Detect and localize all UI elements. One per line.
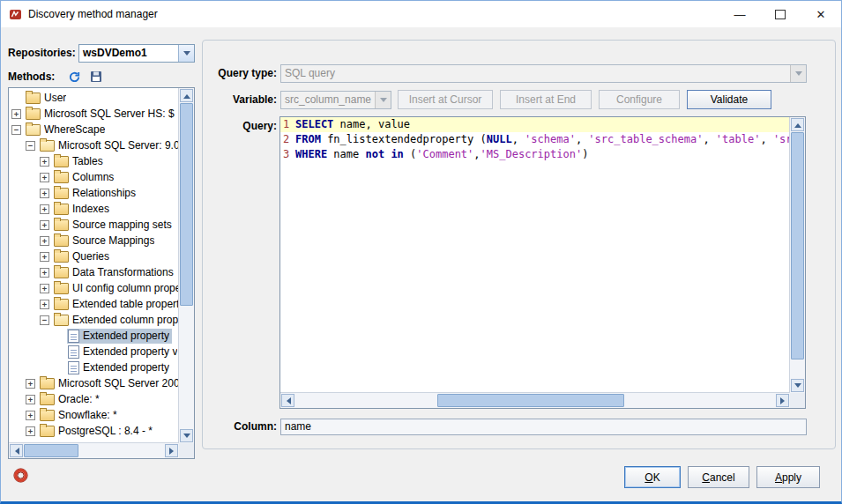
tree-item-label: UI config column prope: [72, 282, 179, 294]
tree-item[interactable]: +Snowflake: *: [9, 407, 179, 423]
validate-button[interactable]: Validate: [687, 90, 771, 109]
expand-icon[interactable]: +: [40, 284, 49, 293]
code-token: not in: [365, 148, 403, 160]
expand-icon[interactable]: +: [40, 189, 49, 198]
folder-icon: [26, 124, 41, 136]
tree-item[interactable]: −WhereScape: [9, 122, 179, 137]
tree-item[interactable]: +Microsoft SQL Server HS: $: [9, 106, 179, 122]
variable-label: Variable:: [203, 93, 280, 106]
tree-item-label: Queries: [72, 250, 109, 263]
collapse-icon[interactable]: −: [11, 125, 21, 135]
column-field[interactable]: name: [280, 419, 807, 435]
arrow-down-icon: [183, 434, 190, 441]
expand-icon[interactable]: +: [40, 157, 49, 167]
tree-item[interactable]: User: [9, 90, 179, 106]
folder-icon: [40, 394, 55, 405]
scroll-right-button[interactable]: [165, 444, 178, 457]
collapse-icon[interactable]: −: [40, 315, 49, 325]
scroll-right-button[interactable]: [776, 394, 789, 407]
tree-vertical-scrollbar: [178, 88, 194, 443]
combo-dropdown-button[interactable]: [178, 45, 194, 62]
expand-icon[interactable]: +: [26, 379, 35, 389]
combo-dropdown-button[interactable]: [375, 92, 391, 108]
insert-at-end-button[interactable]: Insert at End: [500, 90, 592, 109]
scroll-down-button[interactable]: [791, 379, 804, 392]
tree-item[interactable]: +Columns: [9, 169, 179, 185]
tree-item[interactable]: +Source Mappings: [9, 233, 179, 248]
configure-button[interactable]: Configure: [599, 90, 680, 109]
folder-icon: [54, 156, 69, 167]
expand-icon[interactable]: +: [26, 426, 35, 436]
tree-item[interactable]: +Tables: [9, 153, 179, 169]
close-button[interactable]: ✕: [801, 1, 841, 27]
connection-status-icon: [13, 468, 28, 483]
chevron-down-icon: [183, 51, 190, 59]
tree-item[interactable]: +UI config column prope: [9, 280, 179, 296]
variable-row: Variable: src_column_name Insert at Curs…: [203, 90, 835, 109]
variable-combobox[interactable]: src_column_name: [280, 91, 391, 109]
code-token: FROM: [295, 133, 321, 145]
expand-icon[interactable]: +: [11, 109, 21, 119]
ok-button[interactable]: OK: [624, 466, 681, 488]
collapse-icon[interactable]: −: [26, 141, 35, 151]
column-label: Column:: [203, 420, 280, 433]
tree-item[interactable]: Extended property v: [9, 344, 179, 359]
expand-icon[interactable]: +: [40, 300, 49, 309]
tree-item-content: Microsoft SQL Server 2000: [39, 376, 179, 390]
button-label: Apply: [775, 471, 801, 484]
minimize-button[interactable]: —: [719, 1, 760, 27]
tree-item-label: Oracle: *: [58, 393, 100, 405]
expand-icon[interactable]: +: [26, 395, 35, 404]
scroll-left-button[interactable]: [10, 444, 23, 457]
maximize-button[interactable]: [760, 1, 801, 27]
save-methods-button[interactable]: [90, 70, 102, 83]
tree-item[interactable]: Extended property: [9, 328, 179, 344]
line-number: 3: [283, 147, 290, 162]
tree-item-label: Extended property: [83, 330, 169, 342]
expand-icon[interactable]: +: [40, 220, 49, 230]
tree-item-content: Columns: [53, 170, 116, 184]
tree-item[interactable]: −Extended column prop: [9, 312, 179, 328]
button-label: Validate: [711, 93, 748, 106]
query-type-combobox[interactable]: SQL query: [280, 64, 807, 83]
tree-item[interactable]: +Oracle: *: [9, 391, 179, 407]
scroll-up-button[interactable]: [180, 89, 193, 102]
document-icon: [68, 345, 79, 359]
scroll-left-button[interactable]: [281, 394, 294, 407]
repository-combobox[interactable]: wsDVDemo1: [78, 44, 195, 63]
tree-item-label: Source Mappings: [72, 234, 154, 247]
apply-button[interactable]: Apply: [756, 466, 820, 488]
method-tree-view[interactable]: User+Microsoft SQL Server HS: $−WhereSca…: [9, 88, 179, 443]
maximize-icon: [775, 10, 786, 19]
tree-item[interactable]: Extended property: [9, 359, 179, 375]
tree-item[interactable]: +Queries: [9, 248, 179, 264]
tree-item[interactable]: +Data Transformations: [9, 264, 179, 280]
expand-icon[interactable]: +: [40, 236, 49, 246]
code-line: 1SELECT name, value: [280, 117, 790, 132]
expand-icon[interactable]: +: [40, 173, 49, 182]
scrollbar-thumb[interactable]: [24, 444, 78, 457]
insert-at-cursor-button[interactable]: Insert at Cursor: [398, 90, 493, 109]
tree-item[interactable]: +Source mapping sets: [9, 217, 179, 233]
refresh-methods-button[interactable]: [68, 70, 81, 84]
tree-item[interactable]: +Relationships: [9, 185, 179, 201]
expand-icon[interactable]: +: [26, 411, 35, 420]
scroll-down-button[interactable]: [180, 429, 193, 442]
tree-item-label: Relationships: [72, 187, 136, 199]
tree-item[interactable]: +Indexes: [9, 201, 179, 217]
scroll-up-button[interactable]: [791, 118, 804, 131]
combo-dropdown-button[interactable]: [790, 65, 806, 82]
expand-icon[interactable]: +: [40, 252, 49, 262]
expand-icon[interactable]: +: [40, 204, 49, 214]
query-editor-view[interactable]: 1SELECT name, value2FROM fn_listextended…: [280, 117, 790, 393]
tree-item[interactable]: +Extended table propert: [9, 296, 179, 312]
expand-icon[interactable]: +: [40, 268, 49, 278]
scrollbar-thumb[interactable]: [437, 394, 624, 407]
scrollbar-thumb[interactable]: [180, 103, 193, 306]
tree-item[interactable]: +Microsoft SQL Server 2000: [9, 375, 179, 391]
scrollbar-thumb[interactable]: [791, 132, 804, 359]
tree-item[interactable]: −Microsoft SQL Server: 9.0 -: [9, 137, 179, 153]
tree-item-label: WhereScape: [44, 123, 105, 136]
cancel-button[interactable]: Cancel: [688, 466, 749, 488]
tree-item[interactable]: +PostgreSQL : 8.4 - *: [9, 423, 179, 439]
